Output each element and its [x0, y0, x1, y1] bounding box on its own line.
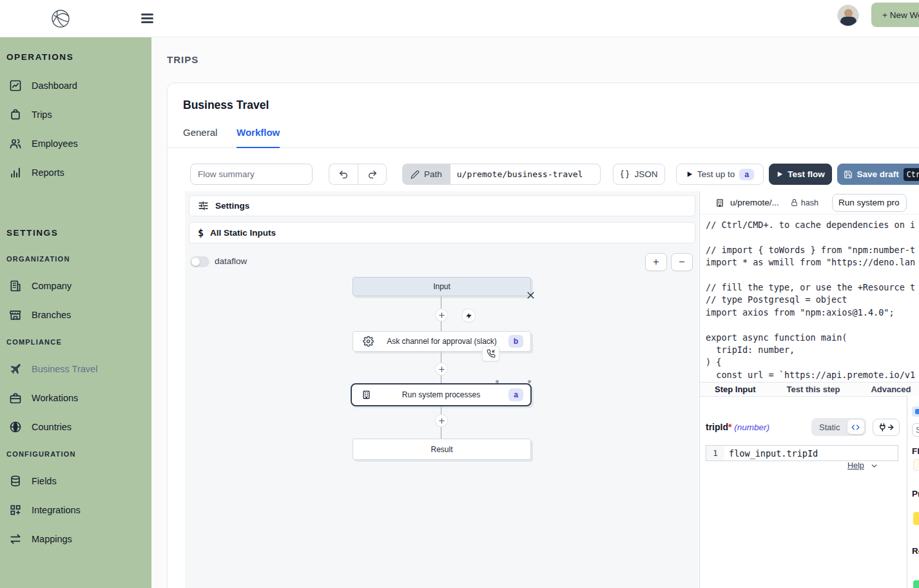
tab-advanced[interactable]: Advanced [871, 384, 911, 394]
sidebar: OPERATIONS Dashboard Trips Employees Rep… [0, 37, 151, 588]
add-step-button[interactable] [436, 363, 447, 375]
tab-general[interactable]: General [183, 127, 217, 148]
static-option-label[interactable]: Static [813, 422, 846, 432]
step-id-badge: b [508, 335, 523, 348]
tab-step-input[interactable]: Step Input [715, 384, 756, 394]
sidebar-item-label: Countries [32, 422, 72, 432]
redo-button[interactable] [358, 164, 387, 185]
sidebar-item-reports[interactable]: Reports [0, 160, 151, 185]
sidebar-item-fields[interactable]: Fields [0, 468, 151, 494]
new-workflow-button[interactable]: + New Wor [871, 3, 919, 27]
blocks-plus-icon [8, 503, 23, 517]
sidebar-item-label: Reports [32, 167, 64, 178]
flow-summary-input[interactable] [190, 164, 313, 185]
sidebar-item-employees[interactable]: Employees [0, 131, 151, 156]
sidebar-item-business-travel[interactable]: Business Travel [0, 356, 151, 382]
connect-input-button[interactable] [873, 419, 900, 436]
add-step-button[interactable] [436, 415, 447, 426]
expression-value[interactable]: flow_input.tripId [724, 446, 818, 460]
sidebar-item-branches[interactable]: Branches [0, 302, 151, 328]
flow-node-label: Run system processes [402, 390, 480, 399]
save-draft-label: Save draft [857, 169, 899, 179]
plus-icon [438, 417, 445, 424]
add-step-button[interactable] [436, 309, 447, 321]
app-logo-icon[interactable] [50, 8, 72, 30]
expression-editor[interactable]: 1 flow_input.tripId [706, 445, 898, 461]
sidebar-item-workations[interactable]: Workations [0, 385, 151, 411]
play-icon [776, 171, 783, 178]
step-panel-tabs: Step Input Test this step Advanced [700, 382, 919, 397]
luggage-icon [8, 108, 23, 122]
flow-settings-row[interactable]: Settings [189, 195, 695, 216]
shortcut-badge: Ctrl [904, 168, 919, 181]
picker-item-chip[interactable] [913, 580, 919, 588]
flow-canvas[interactable]: Settings $ All Static Inputs dataflow + … [185, 191, 699, 588]
menu-toggle-icon[interactable] [141, 14, 153, 23]
picker-item-chip[interactable] [913, 512, 919, 525]
save-draft-button[interactable]: Save draft Ctrl [837, 164, 919, 185]
script-header: u/premote/... hash [700, 191, 919, 214]
help-link[interactable]: Help [847, 461, 864, 470]
dataflow-toggle-label: dataflow [215, 256, 247, 266]
test-up-to-button[interactable]: Test up to a [676, 164, 764, 185]
picker-search-input[interactable]: S [912, 423, 919, 437]
pencil-icon [411, 170, 420, 179]
chevron-down-icon[interactable] [870, 462, 878, 470]
picker-section-label: Fl [912, 446, 919, 456]
flow-node-approval[interactable]: Ask channel for approval (slack) b [353, 331, 531, 352]
undo-button[interactable] [329, 164, 358, 185]
flow-node-run-selected[interactable]: Run system processes a [351, 383, 532, 406]
zoom-out-button[interactable]: − [671, 253, 693, 271]
breadcrumb: TRIPS [167, 54, 198, 65]
dataflow-toggle[interactable] [190, 256, 209, 267]
sidebar-item-trips[interactable]: Trips [0, 102, 151, 128]
main-content: TRIPS Business Travel General Workflow P… [151, 37, 919, 588]
topbar: + New Wor [0, 0, 919, 37]
static-inputs-row[interactable]: $ All Static Inputs [189, 222, 695, 243]
code-editor[interactable]: // Ctrl/CMD+. to cache dependencies on i… [706, 219, 918, 381]
globe-icon [8, 420, 23, 434]
sidebar-item-label: Mappings [32, 534, 72, 544]
step-id-badge: a [508, 388, 523, 401]
path-toggle[interactable]: Path [402, 164, 450, 185]
code-option[interactable] [847, 420, 864, 434]
flow-node-result[interactable]: Result [353, 439, 531, 460]
static-code-toggle[interactable]: Static [811, 418, 866, 436]
flow-node-input[interactable]: Input [353, 277, 531, 296]
json-button[interactable]: JSON [613, 164, 665, 185]
test-flow-button[interactable]: Test flow [769, 164, 832, 185]
sidebar-item-mappings[interactable]: Mappings [0, 526, 151, 552]
sidebar-subheading-configuration: CONFIGURATION [6, 450, 76, 458]
script-path[interactable]: u/premote/... [730, 198, 779, 207]
input-field-row: tripId* (number) Static [706, 418, 899, 437]
user-avatar[interactable] [837, 5, 859, 26]
sidebar-item-label: Dashboard [32, 81, 77, 91]
close-icon[interactable] [526, 290, 536, 300]
tab-test-this-step[interactable]: Test this step [787, 384, 840, 394]
tab-bar: General Workflow [168, 127, 919, 148]
sidebar-item-label: Employees [32, 138, 78, 149]
sidebar-item-dashboard[interactable]: Dashboard [0, 73, 151, 99]
picker-section-label: Pr [912, 489, 919, 498]
required-asterisk: * [728, 422, 731, 432]
path-input[interactable] [450, 164, 601, 185]
picker-item-chip[interactable] [913, 459, 919, 471]
bar-chart-icon [8, 166, 23, 180]
sidebar-item-company[interactable]: Company [0, 273, 151, 299]
step-summary-input[interactable] [832, 194, 907, 212]
tab-workflow[interactable]: Workflow [237, 127, 280, 148]
building-icon [715, 198, 724, 207]
plug-arrow-icon [878, 422, 894, 432]
field-name: tripId [706, 422, 728, 432]
node-handle [528, 380, 531, 383]
sidebar-item-label: Branches [32, 310, 71, 320]
hash-toggle[interactable]: hash [790, 198, 818, 207]
sidebar-heading-operations: OPERATIONS [6, 52, 73, 62]
undo-icon [338, 169, 349, 180]
sidebar-item-integrations[interactable]: Integrations [0, 497, 151, 523]
sidebar-item-countries[interactable]: Countries [0, 414, 151, 440]
json-button-label: JSON [634, 169, 657, 179]
picker-mode-chip[interactable] [912, 406, 919, 417]
zoom-in-button[interactable]: + [645, 253, 667, 271]
trigger-button[interactable] [462, 309, 475, 322]
